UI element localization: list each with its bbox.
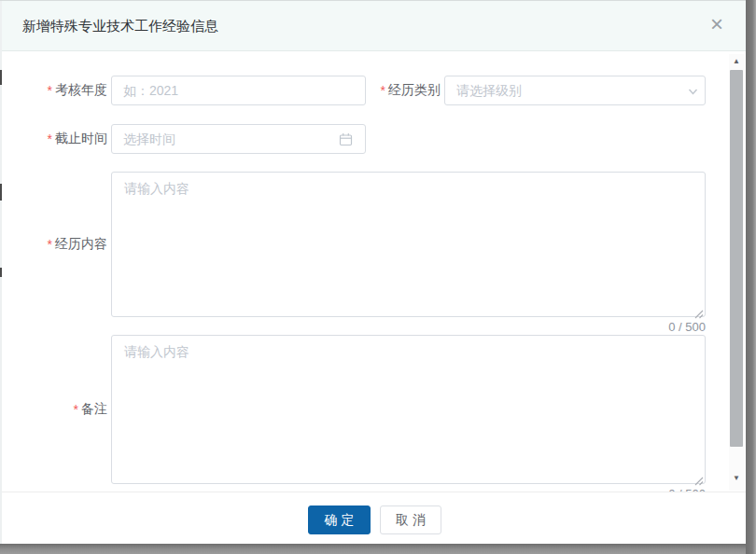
- experience-category-select[interactable]: [444, 76, 706, 105]
- backdrop-top-edge: [0, 0, 746, 1]
- deadline-input[interactable]: [111, 124, 366, 154]
- confirm-button[interactable]: 确 定: [308, 506, 371, 534]
- assessment-year-input[interactable]: [111, 76, 366, 105]
- backdrop-bottom-edge: [0, 544, 746, 554]
- add-experience-dialog: 新增特殊专业技术工作经验信息 × * 考核年度 * 经历类别: [2, 0, 746, 544]
- required-asterisk: *: [48, 132, 52, 146]
- scroll-down-button[interactable]: ▼: [729, 472, 744, 485]
- scroll-thumb[interactable]: [730, 70, 743, 447]
- dialog-header: 新增特殊专业技术工作经验信息 ×: [2, 0, 746, 51]
- required-asterisk: *: [48, 237, 52, 252]
- assessment-year-label: * 考核年度: [19, 76, 107, 105]
- dialog-footer: 确 定 取 消: [2, 492, 746, 544]
- backdrop-right-edge: [746, 0, 756, 554]
- scroll-up-button[interactable]: ▲: [729, 55, 744, 68]
- remark-label: * 备注: [19, 335, 107, 484]
- experience-content-label: * 经历内容: [19, 172, 107, 317]
- char-counter: 0 / 500: [111, 320, 706, 334]
- experience-content-textarea[interactable]: [111, 172, 706, 317]
- required-asterisk: *: [48, 83, 52, 98]
- dialog-title: 新增特殊专业技术工作经验信息: [22, 0, 218, 51]
- remark-textarea[interactable]: [111, 335, 706, 484]
- chevron-down-icon: [687, 85, 699, 102]
- experience-category-label: * 经历类别: [369, 76, 441, 105]
- scrollbar[interactable]: ▲ ▼: [729, 54, 744, 491]
- close-button[interactable]: ×: [705, 12, 729, 38]
- required-asterisk: *: [381, 83, 385, 98]
- required-asterisk: *: [74, 402, 78, 417]
- close-icon: ×: [710, 11, 723, 36]
- cancel-button[interactable]: 取 消: [380, 506, 441, 534]
- deadline-label: * 截止时间: [19, 124, 107, 154]
- calendar-icon[interactable]: [339, 132, 353, 150]
- modal-screen: 新增特殊专业技术工作经验信息 × * 考核年度 * 经历类别: [0, 0, 756, 554]
- dialog-body: * 考核年度 * 经历类别 * 截止时间: [2, 52, 746, 492]
